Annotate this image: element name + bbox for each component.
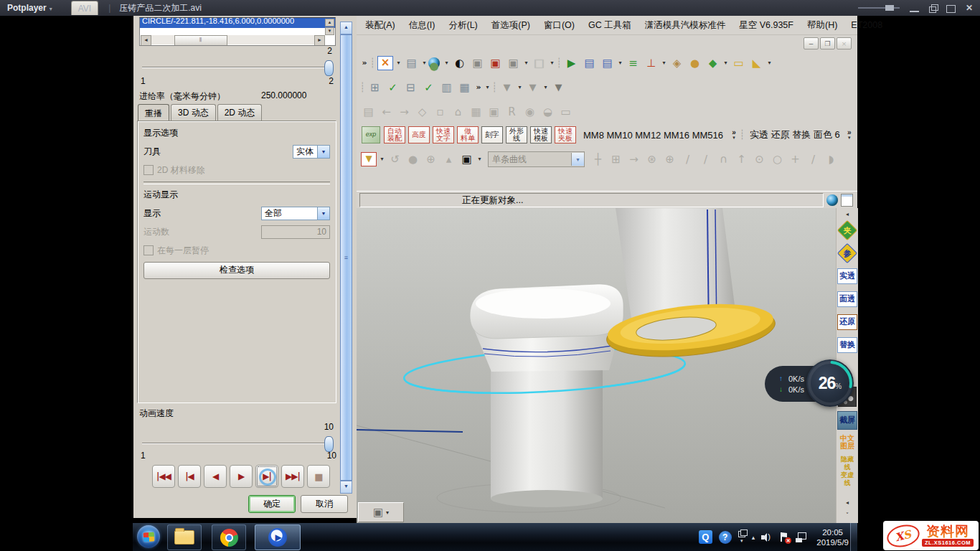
engrave-button[interactable]: 刻字 bbox=[481, 126, 503, 143]
menu-assembly[interactable]: 装配(A) bbox=[365, 19, 395, 32]
hidden-line-button[interactable]: 隐藏线 变虚线 bbox=[838, 456, 857, 487]
potplayer-menu-button[interactable]: Potplayer bbox=[7, 3, 47, 13]
select-hand-icon[interactable]: ◈ bbox=[668, 55, 686, 72]
face-translucent-button[interactable]: 面透 bbox=[837, 291, 857, 307]
outline-button[interactable]: 外形 线 bbox=[506, 126, 527, 143]
show-dropdown[interactable]: 全部 ▼ bbox=[261, 207, 330, 220]
go-end-button[interactable]: ▶▶| bbox=[281, 465, 304, 488]
shop-doc-icon[interactable]: ▥ bbox=[438, 79, 456, 96]
toolpath-progress-slider[interactable] bbox=[141, 60, 334, 75]
marquee-select-icon[interactable]: ▣ bbox=[458, 151, 476, 168]
quick-clamp-button[interactable]: 快速 夹板 bbox=[555, 126, 576, 143]
clay-icon[interactable]: ◒ bbox=[539, 103, 557, 121]
quick-template-button[interactable]: 快速 模板 bbox=[530, 126, 552, 143]
overflow-more[interactable]: » ▾ bbox=[844, 130, 854, 140]
worklist-icon[interactable]: ≡ bbox=[624, 55, 642, 72]
menu-help[interactable]: 帮助(H) bbox=[807, 19, 837, 32]
dropdown-caret-icon[interactable]: ▾ bbox=[722, 55, 730, 72]
toolpath-listbox[interactable]: CIRCLE/-221.811,-18.416,6.000,0.0000000 … bbox=[139, 17, 336, 46]
vscroll-up-icon[interactable]: ▲ bbox=[340, 22, 352, 34]
child-close-icon[interactable]: × bbox=[837, 37, 852, 50]
play-active-button[interactable]: ▶| bbox=[255, 465, 278, 488]
cancel-button[interactable]: 取消 bbox=[301, 495, 348, 513]
tab-2d-dynamic[interactable]: 2D 动态 bbox=[217, 104, 263, 121]
child-minimize-icon[interactable]: − bbox=[804, 37, 819, 50]
program-order-icon[interactable]: ⊞ bbox=[366, 79, 384, 96]
color-swatch-icon[interactable]: □ bbox=[530, 55, 548, 72]
menu-information[interactable]: 信息(I) bbox=[409, 19, 435, 32]
network-tray-icon[interactable] bbox=[796, 532, 807, 542]
close-icon[interactable]: ✕ bbox=[966, 4, 973, 12]
window-layout-icon[interactable] bbox=[841, 194, 853, 207]
menu-xingkong[interactable]: 星空 V6.935F bbox=[739, 19, 793, 32]
vscroll-thumb[interactable]: ≡ bbox=[340, 34, 352, 481]
snap-slash-icon[interactable]: ∕ bbox=[804, 151, 822, 168]
volume-slider[interactable] bbox=[858, 7, 900, 9]
ok-button[interactable]: 确定 bbox=[248, 495, 296, 513]
dropdown-caret-icon[interactable]: ▾ bbox=[484, 79, 491, 96]
vscroll-down-icon[interactable]: ▼ bbox=[340, 481, 352, 494]
sidebar-down-icon[interactable]: ˅ bbox=[846, 512, 849, 519]
snap-arc-icon[interactable]: ◗ bbox=[822, 151, 840, 168]
tab-replay[interactable]: 重播 bbox=[138, 104, 169, 121]
eraser-icon[interactable]: ▭ bbox=[557, 103, 575, 121]
extrude-icon[interactable]: ⌂ bbox=[449, 103, 467, 121]
dropdown-caret-icon[interactable]: ▾ bbox=[420, 55, 428, 72]
mill-tool3-icon[interactable]: ▼ bbox=[550, 79, 567, 96]
quick-text-button[interactable]: 快速 文字 bbox=[433, 126, 454, 143]
section-solid-icon[interactable]: ▣ bbox=[486, 55, 504, 72]
menu-gc-toolbox[interactable]: GC 工具箱 bbox=[588, 19, 631, 32]
dropdown-caret-icon[interactable]: ▾ bbox=[395, 55, 402, 72]
volume-knob[interactable] bbox=[885, 5, 894, 11]
back-icon[interactable]: ← bbox=[377, 103, 395, 121]
snap-arrow-icon[interactable]: → bbox=[625, 151, 643, 168]
format-tab[interactable]: AVI bbox=[71, 1, 98, 15]
reference-diamond-icon[interactable]: 参 bbox=[839, 245, 856, 262]
child-restore-icon[interactable]: ❐ bbox=[820, 37, 835, 50]
dropdown-caret-icon[interactable]: ▾ bbox=[378, 151, 386, 168]
go-start-button[interactable]: |◀◀ bbox=[152, 465, 175, 488]
snap-vertex-icon[interactable]: ↑ bbox=[732, 151, 750, 168]
animation-speed-slider[interactable] bbox=[141, 436, 334, 451]
accelerator-ball[interactable]: 26 % bbox=[806, 359, 854, 407]
restore-icon[interactable] bbox=[929, 6, 936, 13]
exp-icon[interactable]: exp bbox=[362, 126, 380, 143]
mill-tool2-icon[interactable]: ▼ bbox=[524, 79, 542, 96]
overflow-more-icon[interactable]: » bbox=[473, 79, 484, 96]
dropdown-caret-icon[interactable]: ▾ bbox=[516, 79, 524, 96]
volume-tray-icon[interactable]: ) bbox=[761, 532, 773, 542]
check-options-button[interactable]: 检查选项 bbox=[143, 262, 330, 279]
mill-tool-icon[interactable]: ▼ bbox=[498, 79, 516, 96]
taskbar-chrome-button[interactable] bbox=[212, 524, 246, 550]
step-back-button[interactable]: |◀ bbox=[178, 465, 201, 488]
snap-target-icon[interactable]: ⊛ bbox=[643, 151, 661, 168]
overflow-more[interactable]: » ▾ bbox=[729, 130, 739, 140]
list-hscrollbar[interactable]: ◄ ⦀ ► bbox=[141, 35, 325, 44]
sphere-icon[interactable]: ◉ bbox=[521, 103, 539, 121]
play-backward-button[interactable]: ◀ bbox=[204, 465, 227, 488]
dropdown-caret-icon[interactable]: ▾ bbox=[522, 55, 530, 72]
slider-thumb[interactable] bbox=[324, 60, 334, 76]
menu-analysis[interactable]: 分析(L) bbox=[448, 19, 477, 32]
overflow-more-icon[interactable]: » bbox=[732, 130, 736, 135]
snapshot-icon[interactable]: ▫ bbox=[431, 103, 449, 121]
dropdown-caret-icon[interactable]: ▾ bbox=[476, 151, 484, 168]
chinese-layer-button[interactable]: 中文 图层 bbox=[838, 434, 857, 450]
dropdown-caret-icon[interactable]: ▾ bbox=[542, 79, 550, 96]
verify-toolpath-icon[interactable]: ⊟ bbox=[402, 79, 420, 96]
fullscreen-icon[interactable] bbox=[946, 5, 956, 13]
dialog-vscrollbar[interactable]: ▲ ≡ ▼ bbox=[340, 22, 352, 494]
solid-translucent-button[interactable]: 实透 bbox=[837, 268, 857, 284]
protractor-icon[interactable]: ◣ bbox=[748, 55, 765, 72]
action-center-flag-icon[interactable]: ✕ bbox=[779, 532, 789, 542]
quick-action-labels[interactable]: 实透 还原 替换 面色 6 bbox=[750, 128, 840, 141]
palette-icon[interactable]: ● bbox=[686, 55, 704, 72]
dropdown-caret-icon[interactable]: ▾ bbox=[765, 55, 773, 72]
dropdown-caret-icon[interactable]: ▾ bbox=[443, 55, 451, 72]
taskbar-explorer-button[interactable] bbox=[167, 524, 202, 550]
nav-book-icon[interactable]: ▤ bbox=[580, 55, 598, 72]
screenshot-button[interactable]: 截屏 bbox=[837, 411, 857, 430]
generate-toolpath-icon[interactable]: ✓ bbox=[384, 79, 402, 96]
hscroll-right-icon[interactable]: ► bbox=[314, 35, 325, 46]
selection-scope-dropdown[interactable]: 单条曲线 ▼ bbox=[488, 151, 585, 167]
